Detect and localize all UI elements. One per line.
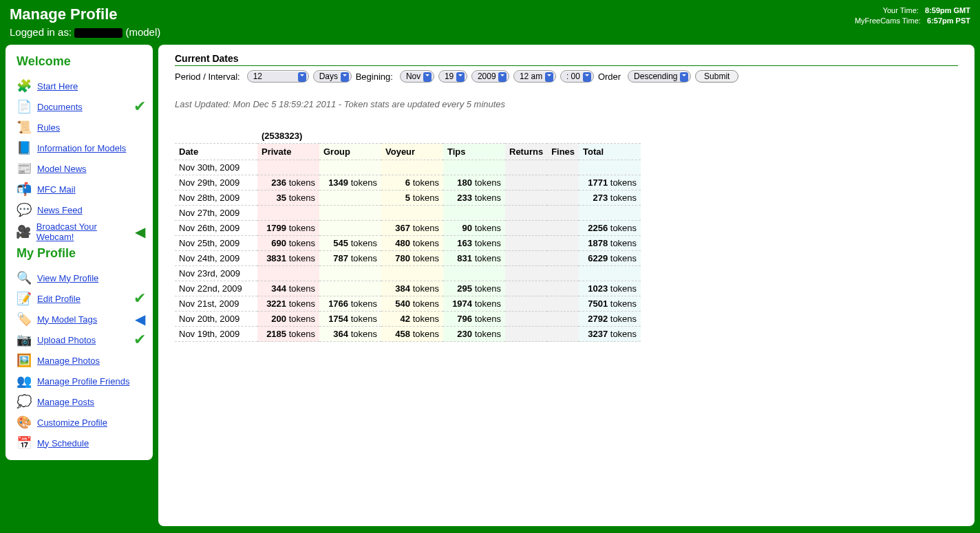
date-cell: Nov 23rd, 2009 bbox=[175, 266, 257, 281]
sidebar-link[interactable]: My Model Tags bbox=[37, 314, 97, 325]
sidebar-link[interactable]: View My Profile bbox=[37, 273, 98, 283]
table-cell: 6229 tokens bbox=[579, 251, 641, 266]
table-cell bbox=[319, 206, 381, 221]
tokens-table: (2538323) Date Private Group Voyeur Tips… bbox=[175, 129, 641, 342]
sidebar-item[interactable]: 📷Upload Photos✔ bbox=[14, 329, 147, 350]
table-row: Nov 26th, 20091799 tokens367 tokens90 to… bbox=[175, 221, 641, 236]
sidebar-item[interactable]: 📜Rules bbox=[14, 117, 147, 138]
check-icon: ✔ bbox=[132, 291, 147, 306]
table-cell bbox=[257, 160, 319, 175]
table-cell: 3237 tokens bbox=[579, 327, 641, 342]
hour-select[interactable]: 12 am bbox=[513, 70, 556, 83]
sidebar-item[interactable]: 🎥Broadcast Your Webcam!◀ bbox=[14, 220, 147, 243]
table-cell: 1771 tokens bbox=[579, 175, 641, 191]
sidebar-item[interactable]: 💭Manage Posts bbox=[14, 391, 147, 412]
period-label: Period / Interval: bbox=[175, 72, 240, 82]
table-row: Nov 28th, 200935 tokens5 tokens233 token… bbox=[175, 191, 641, 206]
sidebar-link[interactable]: Manage Posts bbox=[37, 397, 94, 407]
minute-select[interactable]: : 00 bbox=[560, 70, 594, 83]
menu-icon: 💭 bbox=[14, 393, 34, 410]
menu-icon: 🧩 bbox=[14, 78, 34, 94]
day-select[interactable]: 19 bbox=[438, 70, 467, 83]
sidebar-link[interactable]: Edit Profile bbox=[37, 294, 81, 304]
sidebar-link[interactable]: Documents bbox=[37, 102, 83, 112]
sidebar-link[interactable]: Customize Profile bbox=[37, 417, 107, 428]
sidebar-item[interactable]: 💬News Feed bbox=[14, 199, 147, 220]
table-cell bbox=[547, 251, 579, 266]
sidebar-item[interactable]: 🎨Customize Profile bbox=[14, 412, 147, 433]
table-cell bbox=[579, 160, 641, 175]
last-updated: Last Updated: Mon Dec 5 18:59:21 2011 - … bbox=[175, 99, 958, 109]
sidebar-link[interactable]: My Schedule bbox=[37, 438, 89, 448]
table-cell bbox=[319, 191, 381, 206]
th-group: Group bbox=[319, 144, 381, 160]
table-cell: 200 tokens bbox=[257, 312, 319, 327]
sidebar-link[interactable]: News Feed bbox=[37, 205, 83, 215]
page-title: Manage Profile bbox=[10, 6, 160, 23]
table-cell: 90 tokens bbox=[443, 221, 505, 236]
date-cell: Nov 25th, 2009 bbox=[175, 236, 257, 251]
sidebar-item[interactable]: 📝Edit Profile✔ bbox=[14, 288, 147, 309]
sidebar-item[interactable]: 📘Information for Models bbox=[14, 138, 147, 158]
table-cell bbox=[319, 160, 381, 175]
menu-icon: 🏷️ bbox=[14, 311, 34, 327]
table-cell: 796 tokens bbox=[443, 312, 505, 327]
table-cell: 180 tokens bbox=[443, 175, 505, 191]
sidebar-link[interactable]: Manage Profile Friends bbox=[37, 376, 129, 387]
year-select[interactable]: 2009 bbox=[471, 70, 509, 83]
date-cell: Nov 30th, 2009 bbox=[175, 160, 257, 175]
table-cell bbox=[381, 266, 443, 281]
table-cell: 831 tokens bbox=[443, 251, 505, 266]
table-cell bbox=[257, 206, 319, 221]
sidebar-link[interactable]: Model News bbox=[37, 164, 87, 174]
submit-button[interactable]: Submit bbox=[695, 70, 738, 83]
sidebar-item[interactable]: 🖼️Manage Photos bbox=[14, 350, 147, 371]
date-cell: Nov 20th, 2009 bbox=[175, 312, 257, 327]
table-cell: 233 tokens bbox=[443, 191, 505, 206]
table-cell: 42 tokens bbox=[381, 312, 443, 327]
table-cell: 1349 tokens bbox=[319, 175, 381, 191]
unit-select[interactable]: Days bbox=[313, 70, 352, 83]
sidebar-item[interactable]: 📅My Schedule bbox=[14, 433, 147, 453]
sidebar-item[interactable]: 🏷️My Model Tags◀ bbox=[14, 309, 147, 329]
menu-icon: 📬 bbox=[14, 181, 34, 197]
date-cell: Nov 28th, 2009 bbox=[175, 191, 257, 206]
table-cell bbox=[505, 206, 547, 221]
table-cell: 35 tokens bbox=[257, 191, 319, 206]
table-cell bbox=[505, 296, 547, 312]
table-row: Nov 29th, 2009236 tokens1349 tokens6 tok… bbox=[175, 175, 641, 191]
table-row: Nov 20th, 2009200 tokens1754 tokens42 to… bbox=[175, 312, 641, 327]
sidebar-link[interactable]: Broadcast Your Webcam! bbox=[36, 221, 133, 242]
sidebar-item[interactable]: 🔍View My Profile bbox=[14, 268, 147, 288]
sidebar-link[interactable]: Upload Photos bbox=[37, 335, 96, 345]
date-cell: Nov 24th, 2009 bbox=[175, 251, 257, 266]
table-cell bbox=[547, 312, 579, 327]
sidebar-link[interactable]: Manage Photos bbox=[37, 356, 100, 366]
table-cell bbox=[443, 206, 505, 221]
month-select[interactable]: Nov bbox=[400, 70, 434, 83]
filter-bar: Period / Interval: 12 Days Begining: Nov… bbox=[175, 70, 958, 83]
table-cell: 367 tokens bbox=[381, 221, 443, 236]
order-select[interactable]: Descending bbox=[628, 70, 691, 83]
sidebar-item[interactable]: 📰Model News bbox=[14, 158, 147, 179]
menu-icon: 📷 bbox=[14, 331, 34, 348]
date-cell: Nov 27th, 2009 bbox=[175, 206, 257, 221]
table-cell bbox=[547, 236, 579, 251]
sidebar-link[interactable]: MFC Mail bbox=[37, 184, 76, 195]
table-row: Nov 21st, 20093221 tokens1766 tokens540 … bbox=[175, 296, 641, 312]
period-select[interactable]: 12 bbox=[247, 70, 309, 83]
table-cell: 1878 tokens bbox=[579, 236, 641, 251]
table-cell bbox=[505, 312, 547, 327]
sidebar-item[interactable]: 📄Documents✔ bbox=[14, 96, 147, 117]
logged-in-as: Logged in as: (model) bbox=[10, 26, 160, 38]
sidebar-item[interactable]: 👥Manage Profile Friends bbox=[14, 371, 147, 391]
sidebar-link[interactable]: Rules bbox=[37, 122, 60, 133]
sidebar-link[interactable]: Start Here bbox=[37, 81, 78, 91]
date-cell: Nov 19th, 2009 bbox=[175, 327, 257, 342]
sidebar-item[interactable]: 🧩Start Here bbox=[14, 76, 147, 96]
sidebar-link[interactable]: Information for Models bbox=[37, 143, 126, 153]
table-cell bbox=[547, 160, 579, 175]
sidebar: Welcome 🧩Start Here📄Documents✔📜Rules📘Inf… bbox=[6, 45, 153, 460]
content: Current Dates Period / Interval: 12 Days… bbox=[158, 45, 974, 526]
sidebar-item[interactable]: 📬MFC Mail bbox=[14, 179, 147, 199]
